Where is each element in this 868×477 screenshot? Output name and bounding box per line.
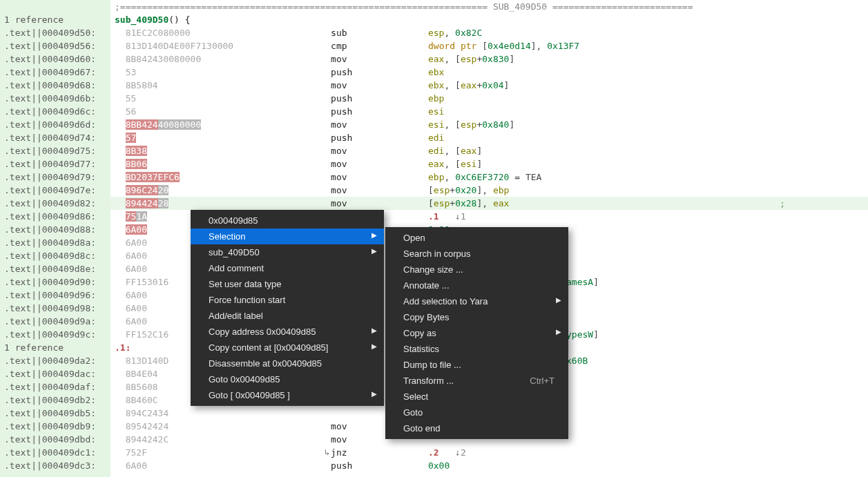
menu-item[interactable]: Goto end [385, 420, 568, 436]
context-menu[interactable]: 0x00409d85Selection▶sub_409D50▶Add comme… [191, 210, 384, 406]
disasm-line[interactable]: 752F jnz .2 ↓2↳ [110, 446, 868, 459]
gutter-address: .text||000409d7e: [0, 184, 110, 197]
menu-item[interactable]: Force function start [191, 292, 384, 308]
submenu-arrow-icon: ▶ [556, 328, 561, 335]
submenu-arrow-icon: ▶ [372, 342, 377, 350]
gutter-address: .text||000409d9a: [0, 315, 110, 328]
disasm-line[interactable]: 53 push ebx [110, 66, 868, 79]
section-banner: ;=======================================… [110, 0, 868, 13]
disasm-line[interactable]: 8B842430080000 mov eax, [esp+0x830] [110, 52, 868, 66]
menu-item[interactable]: Add selection to Yara▶ [385, 293, 568, 309]
gutter-address: .text||000409da2: [0, 354, 110, 367]
menu-item[interactable]: Copy content at [0x00409d85]▶ [191, 340, 384, 356]
menu-item[interactable]: Set user data type [191, 276, 384, 292]
menu-item[interactable]: Copy Bytes [385, 309, 568, 325]
disasm-line[interactable]: 55 push ebp [110, 92, 868, 105]
address-gutter: 1 reference .text||000409d50:.text||0004… [0, 0, 110, 477]
submenu-arrow-icon: ▶ [372, 327, 377, 334]
reference-count-2: 1 reference [0, 341, 110, 354]
gutter-address: .text||000409d96: [0, 289, 110, 302]
gutter-address: .text||000409d74: [0, 131, 110, 144]
menu-item[interactable]: Search in corpus [385, 246, 568, 262]
reference-count: 1 reference [0, 13, 110, 26]
gutter-address: .text||000409d9c: [0, 328, 110, 341]
menu-item[interactable]: Selection▶ [191, 228, 384, 244]
selection-submenu[interactable]: OpenSearch in corpusChange size ...Annot… [385, 227, 568, 439]
disasm-line[interactable]: 57 push edi [110, 131, 868, 144]
gutter-address: .text||000409d60: [0, 52, 110, 66]
menu-item[interactable]: Statistics [385, 341, 568, 357]
gutter-address: .text||000409db5: [0, 407, 110, 420]
gutter-address: .text||000409d6c: [0, 105, 110, 118]
function-declaration[interactable]: sub_409D50() { [110, 13, 868, 26]
disasm-line[interactable]: 813D140D4E00F7130000 cmp dword ptr [0x4e… [110, 39, 868, 52]
gutter-address: .text||000409d50: [0, 26, 110, 39]
menu-item[interactable]: Goto [385, 405, 568, 420]
disasm-line[interactable]: 896C2420 mov [esp+0x20], ebp [110, 184, 868, 197]
disasm-line[interactable]: 89442428 mov [esp+0x28], eax; [110, 197, 868, 210]
menu-item[interactable]: 0x00409d85 [191, 213, 384, 228]
disasm-line[interactable]: 6A00 push 0x00 [110, 459, 868, 472]
gutter-address: .text||000409d6b: [0, 92, 110, 105]
menu-item[interactable]: Annotate ... [385, 278, 568, 293]
gutter-address: .text||000409d90: [0, 275, 110, 289]
gutter-address: .text||000409d86: [0, 210, 110, 223]
menu-item[interactable]: Change size ... [385, 262, 568, 278]
gutter-address: .text||000409d56: [0, 39, 110, 52]
gutter-address: .text||000409d77: [0, 157, 110, 171]
gutter-address: .text||000409d6d: [0, 118, 110, 131]
gutter-address: .text||000409d8c: [0, 249, 110, 262]
disasm-line[interactable]: BD2037EFC6 mov ebp, 0xC6EF3720 = TEA [110, 171, 868, 184]
menu-item[interactable]: Add/edit label [191, 308, 384, 324]
gutter-address: .text||000409d75: [0, 144, 110, 157]
gutter-address: .text||000409db9: [0, 420, 110, 433]
gutter-address: .text||000409d88: [0, 223, 110, 236]
disasm-line[interactable]: 56 push esi [110, 105, 868, 118]
gutter-address: .text||000409daf: [0, 380, 110, 393]
gutter-address: .text||000409db2: [0, 393, 110, 407]
gutter-address: .text||000409d68: [0, 79, 110, 92]
submenu-arrow-icon: ▶ [556, 296, 561, 304]
menu-item[interactable]: Select [385, 389, 568, 405]
menu-item[interactable]: Open [385, 230, 568, 246]
gutter-address: .text||000409dac: [0, 367, 110, 380]
submenu-arrow-icon: ▶ [372, 247, 377, 255]
disasm-line[interactable]: 8B5804 mov ebx, [eax+0x04] [110, 79, 868, 92]
gutter-address: .text||000409dbd: [0, 433, 110, 446]
menu-item[interactable]: Goto 0x00409d85 [191, 371, 384, 387]
menu-item[interactable]: Disassemble at 0x00409d85 [191, 356, 384, 371]
disasm-line[interactable]: 81EC2C080000 sub esp, 0x82C [110, 26, 868, 39]
submenu-arrow-icon: ▶ [372, 231, 377, 239]
gutter-address: .text||000409d8a: [0, 236, 110, 249]
disasm-line[interactable]: 8B06 mov eax, [esi] [110, 157, 868, 171]
disasm-line[interactable]: 8BB42440080000 mov esi, [esp+0x840] [110, 118, 868, 131]
disasm-line[interactable]: 8B38 mov edi, [eax] [110, 144, 868, 157]
menu-item[interactable]: Add comment [191, 260, 384, 276]
menu-item[interactable]: Goto [ 0x00409d85 ]▶ [191, 387, 384, 403]
menu-item[interactable]: sub_409D50▶ [191, 244, 384, 260]
menu-item[interactable]: Copy as▶ [385, 325, 568, 341]
menu-shortcut: Ctrl+T [530, 376, 554, 386]
gutter-address: .text||000409d98: [0, 302, 110, 315]
gutter-address: .text||000409dc1: [0, 446, 110, 459]
submenu-arrow-icon: ▶ [372, 390, 377, 398]
menu-item[interactable]: Copy address 0x00409d85▶ [191, 324, 384, 340]
menu-item[interactable]: Transform ...Ctrl+T [385, 373, 568, 389]
gutter-blank [0, 0, 110, 13]
menu-item[interactable]: Dump to file ... [385, 357, 568, 373]
gutter-address: .text||000409d8e: [0, 262, 110, 275]
gutter-address: .text||000409dc3: [0, 459, 110, 472]
gutter-address: .text||000409d67: [0, 66, 110, 79]
gutter-address: .text||000409d82: [0, 197, 110, 210]
gutter-address: .text||000409d79: [0, 171, 110, 184]
